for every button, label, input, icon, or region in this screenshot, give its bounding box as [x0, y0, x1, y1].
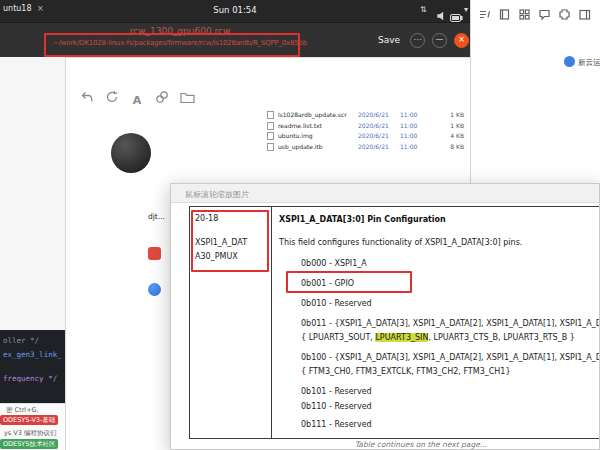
- editor-title-block: rcw_1300_gpu600.rcw ~/work/OK1028-linux-…: [20, 26, 340, 47]
- file-icon: [267, 132, 274, 140]
- bookmark-favicon: [564, 56, 575, 67]
- option-0b011-line1: 0b011 - {XSPI1_A_DATA[3], XSPI1_A_DATA[2…: [301, 319, 600, 328]
- reading-list-icon[interactable]: [478, 6, 491, 19]
- file-time: 11:00: [400, 122, 417, 129]
- file-time: 11:00: [400, 111, 417, 118]
- link-icon[interactable]: [154, 89, 170, 105]
- contact-label[interactable]: djt...: [148, 212, 165, 221]
- popup-titlebar[interactable]: 鼠标滚轮缩放图片: [171, 184, 600, 203]
- table-description: This field configures functionality of X…: [279, 238, 522, 247]
- file-name: ubuntu.img: [278, 132, 313, 139]
- desktop-top-bar: untu18 × Sun 01:54 ⇅ ▾: [0, 0, 470, 22]
- file-time: 11:00: [400, 143, 417, 150]
- image-preview-popup: 鼠标滚轮缩放图片 20-18 XSPI1_A_DAT A30_PMUX XSPI…: [170, 183, 600, 450]
- option-0b010: 0b010 - Reserved: [301, 299, 372, 308]
- chat-icon[interactable]: [538, 6, 551, 19]
- option-0b110: 0b110 - Reserved: [301, 402, 372, 411]
- table-field-name: A30_PMUX: [195, 252, 238, 261]
- option-text: , LPUART3_CTS_B, LPUART3_RTS_B }: [428, 333, 574, 342]
- undo-icon[interactable]: [79, 89, 95, 105]
- browser-panel: 新云运算符..: [470, 0, 600, 183]
- caret-down-icon[interactable]: ▾: [464, 5, 468, 14]
- code-line: ex_gen3_link_: [3, 350, 62, 359]
- option-0b111: 0b111 - Reserved: [301, 420, 372, 429]
- minimize-button[interactable]: —: [432, 33, 447, 48]
- avatar[interactable]: [111, 133, 151, 173]
- file-time: 11:00: [400, 132, 417, 139]
- extension-icon[interactable]: [558, 6, 571, 19]
- file-row[interactable]: ubuntu.img 2020/6/21 11:00 4 KB: [262, 131, 470, 141]
- editor-filepath: ~/work/OK1028-linux-fs/packages/firmware…: [20, 39, 340, 47]
- book-icon[interactable]: [498, 6, 511, 19]
- table-field-name: XSPI1_A_DAT: [195, 238, 247, 247]
- file-icon: [267, 143, 274, 151]
- code-editor-fragment: oller */ ex_gen3_link_ frequency */: [0, 330, 65, 403]
- save-button[interactable]: Save: [378, 35, 400, 45]
- table-bits: 20-18: [195, 214, 218, 223]
- option-0b000: 0b000 - XSPI1_A: [301, 259, 367, 268]
- code-line: frequency */: [3, 374, 57, 383]
- popup-title: 鼠标滚轮缩放图片: [185, 189, 249, 200]
- window-menu-button[interactable]: ⋯: [410, 33, 425, 48]
- option-0b011-line2: { LPUART3_SOUT, LPUART3_SIN, LPUART3_CTS…: [301, 333, 575, 342]
- file-date: 2020/6/21: [358, 122, 389, 129]
- font-icon[interactable]: A: [129, 89, 145, 105]
- editor-header-bar: rcw_1300_gpu600.rcw ~/work/OK1028-linux-…: [0, 22, 470, 57]
- file-name: readme.list.txt: [278, 122, 322, 129]
- refresh-icon[interactable]: [104, 89, 120, 105]
- file-date: 2020/6/21: [358, 143, 389, 150]
- bookmark-item[interactable]: ODESYS-V3-基础: [0, 416, 58, 425]
- clock: Sun 01:54: [0, 5, 470, 15]
- file-size: 1 KB: [426, 122, 464, 129]
- file-row[interactable]: usb_update.itb 2020/6/21 11:00 8 KB: [262, 142, 470, 152]
- close-button[interactable]: ×: [454, 33, 469, 48]
- network-icon[interactable]: ⇅: [420, 5, 427, 14]
- file-row[interactable]: readme.list.txt 2020/6/21 11:00 1 KB: [262, 121, 470, 131]
- table-border-top: [189, 206, 600, 207]
- option-0b001: 0b001 - GPIO: [301, 279, 354, 288]
- red-app-badge[interactable]: [148, 247, 161, 260]
- font-icon-label: A: [133, 94, 142, 107]
- option-0b100-line1: 0b100 - {XSPI1_A_DATA[3], XSPI1_A_DATA[2…: [301, 353, 600, 362]
- option-0b101: 0b101 - Reserved: [301, 387, 372, 396]
- file-size: 1 KB: [426, 111, 464, 118]
- option-0b100-line2: { FTM3_CH0, FTM3_EXTCLK, FTM3_CH2, FTM3_…: [301, 367, 511, 376]
- file-name: usb_update.itb: [278, 143, 323, 150]
- table-border-left: [189, 206, 190, 439]
- file-size: 4 KB: [426, 132, 464, 139]
- screen: untu18 × Sun 01:54 ⇅ ▾ rcw_1300_gpu600.r…: [0, 0, 600, 450]
- bookmark-item[interactable]: ODESYS技术社区: [0, 440, 58, 449]
- table-border-bottom: [189, 438, 600, 439]
- file-icon: [267, 111, 274, 119]
- file-name: ls1028ardb_update.scr: [278, 111, 347, 118]
- file-date: 2020/6/21: [358, 132, 389, 139]
- table-column-divider: [271, 206, 272, 439]
- file-size: 8 KB: [426, 143, 464, 150]
- editor-filename: rcw_1300_gpu600.rcw: [20, 26, 340, 36]
- highlighted-signal: LPUART3_SIN: [375, 333, 428, 342]
- table-continues-note: Table continues on the next page...: [211, 440, 600, 449]
- bookmark-item[interactable]: 新云运算符..: [578, 58, 600, 68]
- option-text: { LPUART3_SOUT,: [301, 333, 375, 342]
- side-panel-icon[interactable]: [578, 6, 591, 19]
- blue-app-badge[interactable]: [148, 283, 161, 296]
- file-row[interactable]: ls1028ardb_update.scr 2020/6/21 11:00 1 …: [262, 110, 470, 120]
- folder-icon[interactable]: [179, 89, 195, 105]
- code-line: oller */: [3, 336, 39, 345]
- bookmark-badge-red: ODESYS-V3-基础: [0, 415, 58, 425]
- file-icon: [267, 122, 274, 130]
- bookmark-badge-green: ODESYS技术社区: [0, 439, 58, 449]
- table-heading: XSPI1_A_DATA[3:0] Pin Configuration: [279, 215, 446, 224]
- bookmark-item[interactable]: 密 Ctrl+G,: [6, 406, 39, 415]
- file-date: 2020/6/21: [358, 111, 389, 118]
- bookmarks-fragment: 密 Ctrl+G, ODESYS-V3-基础 ys V3 编程协议们 ODESY…: [0, 403, 65, 450]
- grid-icon[interactable]: [518, 6, 531, 19]
- bookmark-item[interactable]: ys V3 编程协议们: [4, 429, 56, 438]
